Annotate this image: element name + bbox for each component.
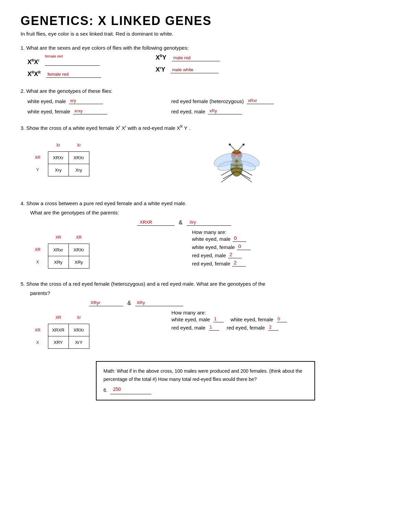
q2-answer-1: xry <box>70 98 76 103</box>
svg-point-20 <box>242 144 245 146</box>
q2-answer-4: xRy <box>209 108 217 113</box>
q3-cell-1-1: XRXr <box>48 151 68 164</box>
q4-how-many-title: How many are: <box>192 229 251 235</box>
q5-label2: parents? <box>30 290 390 296</box>
q5-row-1: XR <box>27 324 48 336</box>
q4-cell-1-2: XRXr <box>68 244 89 256</box>
q5-hm-desc-1: white eyed, male <box>172 317 210 322</box>
q5-cell-2-1: XRY <box>48 336 68 349</box>
q4-cell-1-1: XRxr <box>48 244 68 256</box>
q2-desc-1: white eyed, male <box>27 98 66 104</box>
q5-col-2: Xr <box>68 312 89 324</box>
q3-row-header-2: Y <box>27 164 48 176</box>
q5-punnett: XR Xr XR XRXR XRXr X XRY XrY <box>27 310 89 351</box>
q5-how-many: How many are: white eyed, male 1 white e… <box>172 310 287 351</box>
q4-hm-desc-2: white eyed, female <box>192 244 235 250</box>
q4-hm-ans-1: 0 <box>234 235 237 241</box>
question-2: 2. What are the genotypes of these flies… <box>21 88 390 114</box>
q3-cell-2-1: Xry <box>48 164 68 176</box>
q4-ampersand: & <box>179 220 183 226</box>
genotype-label-4: XrY <box>156 66 165 73</box>
q4-row-2: X <box>27 256 48 268</box>
svg-line-17 <box>231 145 235 150</box>
q2-answer-2: xrxy <box>74 108 83 113</box>
q5-cell-2-2: XrY <box>68 336 89 349</box>
svg-line-10 <box>221 174 233 182</box>
q5-parent1: XRyr <box>90 300 100 305</box>
q4-col-1: XR <box>48 231 68 244</box>
subtitle: In fruit flies, eye color is a sex linke… <box>21 31 390 37</box>
q4-parent1: XRXR <box>140 220 152 225</box>
q5-col-1: XR <box>48 312 68 324</box>
q2-label: 2. What are the genotypes of these flies… <box>21 88 390 94</box>
math-box: Math: What if in the above cross, 100 ma… <box>96 361 315 400</box>
question-3: 3. Show the cross of a white eyed female… <box>21 125 390 190</box>
q5-label: 5. Show the cross of a red eyed female (… <box>21 281 390 287</box>
q5-hm-ans-2: 0 <box>277 316 280 321</box>
q1-label: 1. What are the sexes and eye colors of … <box>21 45 390 51</box>
q3-col-header-2: Xr <box>68 139 89 151</box>
q4-hm-desc-1: white eyed, male <box>192 236 231 242</box>
q6-label: 6. <box>103 386 108 395</box>
q4-label2: What are the genotypes of the parents: <box>30 210 390 215</box>
svg-line-13 <box>240 174 252 182</box>
q2-item-3: red eyed female (heterozygous) xRxr <box>171 97 274 104</box>
answer-2: female red <box>48 72 68 77</box>
q4-hm-ans-2: 0 <box>238 243 241 249</box>
q5-hm-desc-2: white eyed, female <box>231 317 273 322</box>
q5-parent2: XRy <box>137 300 145 305</box>
q5-cell-1-1: XRXR <box>48 324 68 336</box>
q2-desc-2: white eyed, female <box>27 109 70 114</box>
q4-cell-2-2: XRy <box>68 256 89 268</box>
math-text: Math: What if in the above cross, 100 ma… <box>103 367 308 384</box>
genotype-label-3: XRY <box>156 54 166 61</box>
q4-punnett: XR XR XR XRxr XRXr X XRy XRy <box>27 229 89 271</box>
q4-col-2: XR <box>68 231 89 244</box>
q5-hm-desc-3: red eyed, male <box>172 325 206 331</box>
q4-hm-ans-4: 2 <box>234 260 236 265</box>
q5-ampersand: & <box>127 300 131 306</box>
q5-row-2: X <box>27 336 48 349</box>
q3-label: 3. Show the cross of a white eyed female… <box>21 125 390 131</box>
q2-answer-3: xRxr <box>248 98 257 103</box>
q2-desc-4: red eyed, male <box>171 109 205 114</box>
q4-row-1: XR <box>27 244 48 256</box>
answer-3: male red <box>173 55 191 60</box>
question-1: 1. What are the sexes and eye colors of … <box>21 45 390 78</box>
genotype-item-1: XRXr female red <box>27 54 101 66</box>
q3-col-header-1: Xr <box>48 139 68 151</box>
q4-parent2: Xry <box>189 220 196 225</box>
fly-svg <box>202 134 271 189</box>
genotype-item-3: XRY male red <box>156 54 220 61</box>
q5-hm-ans-1: 1 <box>214 316 216 321</box>
page-title: GENETICS: X LINKED GENES <box>21 14 390 28</box>
q4-cell-2-1: XRy <box>48 256 68 268</box>
q2-item-1: white eyed, male xry <box>27 97 137 104</box>
genotype-label-1: XRXr <box>27 59 39 66</box>
q2-desc-3: red eyed female (heterozygous) <box>171 98 244 104</box>
genotype-label-2: XRXR <box>27 71 41 78</box>
q6-answer: 250 <box>113 385 121 394</box>
q5-hm-ans-4: 2 <box>269 324 271 330</box>
q4-hm-desc-4: red eyed, female <box>192 261 231 267</box>
q5-how-many-title: How many are: <box>172 310 287 316</box>
fly-image <box>202 134 271 190</box>
q2-item-4: red eyed, male xRy <box>171 108 274 114</box>
q3-row-header-1: XR <box>27 151 48 164</box>
q5-cell-1-2: XRXr <box>68 324 89 336</box>
q4-how-many: How many are: white eyed, male 0 white e… <box>192 229 251 271</box>
q3-punnett: Xr Xr XR XRXr XRXr Y Xry Xry <box>27 137 89 178</box>
q4-hm-desc-3: red eyed, male <box>192 252 226 258</box>
svg-point-19 <box>229 144 231 146</box>
question-5: 5. Show the cross of a red eyed female (… <box>21 281 390 351</box>
answer-4: male white <box>172 67 193 72</box>
q2-item-2: white eyed, female xrxy <box>27 108 137 114</box>
q3-cell-1-2: XRXr <box>68 151 89 164</box>
q4-label: 4. Show a cross between a pure red eyed … <box>21 200 390 206</box>
answer-label-1: female red <box>45 54 100 58</box>
q3-cell-2-2: Xry <box>68 164 89 176</box>
q5-hm-desc-4: red eyed, female <box>227 325 265 331</box>
q5-hm-ans-3: 1 <box>210 324 212 330</box>
question-4: 4. Show a cross between a pure red eyed … <box>21 200 390 271</box>
genotype-item-4: XrY male white <box>156 66 220 73</box>
